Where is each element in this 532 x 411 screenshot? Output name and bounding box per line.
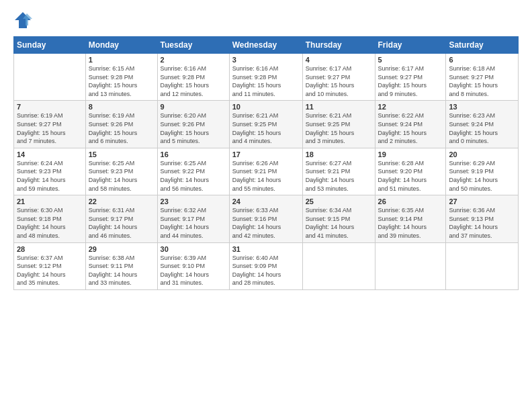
day-info: Sunrise: 6:35 AMSunset: 9:14 PMDaylight:… [378, 206, 443, 240]
day-info: Sunrise: 6:25 AMSunset: 9:22 PMDaylight:… [161, 159, 226, 193]
svg-marker-0 [15, 12, 31, 28]
day-info: Sunrise: 6:28 AMSunset: 9:20 PMDaylight:… [378, 159, 443, 193]
weekday-header: Tuesday [157, 37, 229, 54]
calendar-cell: 2Sunrise: 6:16 AMSunset: 9:28 PMDaylight… [157, 54, 229, 101]
day-number: 22 [89, 197, 154, 205]
day-info: Sunrise: 6:15 AMSunset: 9:28 PMDaylight:… [89, 64, 154, 98]
day-info: Sunrise: 6:18 AMSunset: 9:27 PMDaylight:… [449, 64, 515, 98]
calendar-cell: 28Sunrise: 6:37 AMSunset: 9:12 PMDayligh… [14, 242, 86, 289]
calendar-cell: 27Sunrise: 6:36 AMSunset: 9:13 PMDayligh… [446, 195, 519, 242]
calendar-week: 1Sunrise: 6:15 AMSunset: 9:28 PMDaylight… [14, 54, 519, 101]
header [13, 11, 519, 30]
day-number: 7 [17, 103, 83, 111]
calendar-cell: 14Sunrise: 6:24 AMSunset: 9:23 PMDayligh… [14, 148, 86, 195]
page: SundayMondayTuesdayWednesdayThursdayFrid… [0, 0, 532, 411]
calendar-cell [446, 242, 519, 289]
day-info: Sunrise: 6:17 AMSunset: 9:27 PMDaylight:… [378, 64, 443, 98]
calendar-cell: 1Sunrise: 6:15 AMSunset: 9:28 PMDaylight… [85, 54, 157, 101]
day-number: 8 [89, 103, 154, 111]
day-info: Sunrise: 6:19 AMSunset: 9:27 PMDaylight:… [17, 111, 83, 145]
weekday-header: Wednesday [229, 37, 302, 54]
day-number: 24 [232, 197, 300, 205]
weekday-header: Monday [85, 37, 157, 54]
calendar-cell [375, 242, 446, 289]
calendar-cell [14, 54, 86, 101]
day-number: 21 [17, 197, 83, 205]
calendar-cell: 18Sunrise: 6:27 AMSunset: 9:21 PMDayligh… [302, 148, 375, 195]
day-number: 13 [449, 103, 515, 111]
calendar-cell: 16Sunrise: 6:25 AMSunset: 9:22 PMDayligh… [157, 148, 229, 195]
day-number: 4 [306, 56, 372, 64]
day-info: Sunrise: 6:25 AMSunset: 9:23 PMDaylight:… [89, 159, 154, 193]
weekday-header: Thursday [302, 37, 375, 54]
day-info: Sunrise: 6:22 AMSunset: 9:24 PMDaylight:… [378, 111, 443, 145]
day-number: 30 [161, 245, 226, 253]
calendar-cell: 29Sunrise: 6:38 AMSunset: 9:11 PMDayligh… [85, 242, 157, 289]
calendar-cell: 17Sunrise: 6:26 AMSunset: 9:21 PMDayligh… [229, 148, 302, 195]
day-number: 2 [161, 56, 226, 64]
day-number: 26 [378, 197, 443, 205]
calendar-cell: 6Sunrise: 6:18 AMSunset: 9:27 PMDaylight… [446, 54, 519, 101]
day-info: Sunrise: 6:29 AMSunset: 9:19 PMDaylight:… [449, 159, 515, 193]
day-number: 16 [161, 150, 226, 158]
calendar-cell: 19Sunrise: 6:28 AMSunset: 9:20 PMDayligh… [375, 148, 446, 195]
calendar-cell: 5Sunrise: 6:17 AMSunset: 9:27 PMDaylight… [375, 54, 446, 101]
calendar-cell: 21Sunrise: 6:30 AMSunset: 9:18 PMDayligh… [14, 195, 86, 242]
day-number: 6 [449, 56, 515, 64]
calendar-cell: 9Sunrise: 6:20 AMSunset: 9:26 PMDaylight… [157, 101, 229, 148]
day-info: Sunrise: 6:36 AMSunset: 9:13 PMDaylight:… [449, 206, 515, 240]
calendar-cell: 3Sunrise: 6:16 AMSunset: 9:28 PMDaylight… [229, 54, 302, 101]
calendar-cell: 4Sunrise: 6:17 AMSunset: 9:27 PMDaylight… [302, 54, 375, 101]
day-number: 3 [232, 56, 300, 64]
weekday-header: Friday [375, 37, 446, 54]
day-number: 15 [89, 150, 154, 158]
calendar-cell: 24Sunrise: 6:33 AMSunset: 9:16 PMDayligh… [229, 195, 302, 242]
calendar-cell: 20Sunrise: 6:29 AMSunset: 9:19 PMDayligh… [446, 148, 519, 195]
calendar-cell: 11Sunrise: 6:21 AMSunset: 9:25 PMDayligh… [302, 101, 375, 148]
day-number: 11 [306, 103, 372, 111]
day-info: Sunrise: 6:32 AMSunset: 9:17 PMDaylight:… [161, 206, 226, 240]
day-info: Sunrise: 6:33 AMSunset: 9:16 PMDaylight:… [232, 206, 300, 240]
calendar-cell: 8Sunrise: 6:19 AMSunset: 9:26 PMDaylight… [85, 101, 157, 148]
day-info: Sunrise: 6:17 AMSunset: 9:27 PMDaylight:… [306, 64, 372, 98]
day-info: Sunrise: 6:40 AMSunset: 9:09 PMDaylight:… [232, 254, 300, 287]
calendar-cell: 26Sunrise: 6:35 AMSunset: 9:14 PMDayligh… [375, 195, 446, 242]
day-number: 27 [449, 197, 515, 205]
day-info: Sunrise: 6:23 AMSunset: 9:24 PMDaylight:… [449, 111, 515, 145]
day-number: 31 [232, 245, 300, 253]
calendar-cell: 7Sunrise: 6:19 AMSunset: 9:27 PMDaylight… [14, 101, 86, 148]
day-number: 17 [232, 150, 300, 158]
calendar-cell: 13Sunrise: 6:23 AMSunset: 9:24 PMDayligh… [446, 101, 519, 148]
calendar-cell: 23Sunrise: 6:32 AMSunset: 9:17 PMDayligh… [157, 195, 229, 242]
weekday-header: Sunday [14, 37, 86, 54]
calendar-week: 7Sunrise: 6:19 AMSunset: 9:27 PMDaylight… [14, 101, 519, 148]
calendar-week: 14Sunrise: 6:24 AMSunset: 9:23 PMDayligh… [14, 148, 519, 195]
day-info: Sunrise: 6:19 AMSunset: 9:26 PMDaylight:… [89, 111, 154, 145]
calendar: SundayMondayTuesdayWednesdayThursdayFrid… [13, 36, 519, 290]
day-number: 18 [306, 150, 372, 158]
day-info: Sunrise: 6:20 AMSunset: 9:26 PMDaylight:… [161, 111, 226, 145]
calendar-week: 21Sunrise: 6:30 AMSunset: 9:18 PMDayligh… [14, 195, 519, 242]
day-info: Sunrise: 6:21 AMSunset: 9:25 PMDaylight:… [232, 111, 300, 145]
day-number: 5 [378, 56, 443, 64]
day-info: Sunrise: 6:38 AMSunset: 9:11 PMDaylight:… [89, 254, 154, 287]
calendar-cell: 22Sunrise: 6:31 AMSunset: 9:17 PMDayligh… [85, 195, 157, 242]
calendar-cell: 31Sunrise: 6:40 AMSunset: 9:09 PMDayligh… [229, 242, 302, 289]
day-number: 25 [306, 197, 372, 205]
day-number: 23 [161, 197, 226, 205]
day-number: 1 [89, 56, 154, 64]
day-number: 9 [161, 103, 226, 111]
weekday-header: Saturday [446, 37, 519, 54]
day-info: Sunrise: 6:16 AMSunset: 9:28 PMDaylight:… [232, 64, 300, 98]
calendar-cell: 12Sunrise: 6:22 AMSunset: 9:24 PMDayligh… [375, 101, 446, 148]
calendar-cell: 15Sunrise: 6:25 AMSunset: 9:23 PMDayligh… [85, 148, 157, 195]
day-info: Sunrise: 6:27 AMSunset: 9:21 PMDaylight:… [306, 159, 372, 193]
day-number: 20 [449, 150, 515, 158]
day-info: Sunrise: 6:24 AMSunset: 9:23 PMDaylight:… [17, 159, 83, 193]
day-info: Sunrise: 6:34 AMSunset: 9:15 PMDaylight:… [306, 206, 372, 240]
calendar-cell: 10Sunrise: 6:21 AMSunset: 9:25 PMDayligh… [229, 101, 302, 148]
calendar-cell: 25Sunrise: 6:34 AMSunset: 9:15 PMDayligh… [302, 195, 375, 242]
day-info: Sunrise: 6:39 AMSunset: 9:10 PMDaylight:… [161, 254, 226, 287]
day-number: 29 [89, 245, 154, 253]
calendar-week: 28Sunrise: 6:37 AMSunset: 9:12 PMDayligh… [14, 242, 519, 289]
